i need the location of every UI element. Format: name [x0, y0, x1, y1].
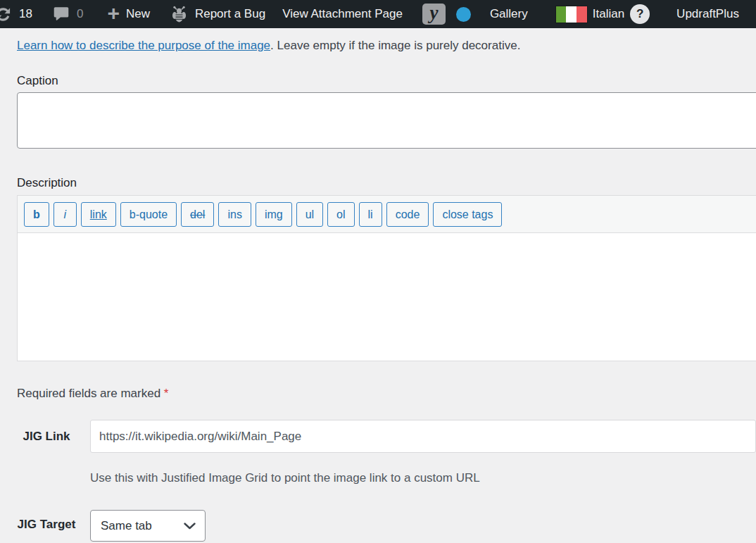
comments-menu[interactable]: 0: [44, 0, 91, 28]
qt-close-tags-button[interactable]: close tags: [433, 202, 502, 227]
status-dot-menu[interactable]: [453, 0, 474, 28]
qt-ul-button[interactable]: ul: [296, 202, 323, 227]
qt-blockquote-button[interactable]: b-quote: [120, 202, 177, 227]
view-attachment-menu[interactable]: View Attachment Page: [275, 0, 410, 28]
updates-menu[interactable]: 18: [0, 0, 40, 28]
comments-count: 0: [77, 7, 83, 21]
qt-code-button[interactable]: code: [386, 202, 429, 227]
bug-icon: [170, 5, 189, 24]
yoast-icon: y: [422, 4, 446, 25]
qt-img-button[interactable]: img: [256, 202, 292, 227]
required-fields-note: Required fields are marked *: [17, 386, 756, 401]
jig-target-row: JIG Target Same tab: [17, 510, 756, 542]
new-menu[interactable]: + New: [99, 0, 158, 28]
jig-link-help: Use this with Justified Image Grid to po…: [90, 470, 756, 485]
report-bug-label: Report a Bug: [195, 7, 265, 21]
yoast-menu[interactable]: y: [415, 0, 453, 28]
qt-bold-button[interactable]: b: [24, 202, 49, 227]
jig-link-input[interactable]: [90, 420, 756, 453]
required-fields-text: Required fields are marked: [17, 387, 160, 400]
jig-target-select[interactable]: Same tab: [90, 510, 206, 542]
qt-li-button[interactable]: li: [359, 202, 382, 227]
alt-text-help: Learn how to describe the purpose of the…: [17, 37, 756, 54]
updraftplus-menu[interactable]: UpdraftPlus: [669, 0, 747, 28]
comment-icon: [52, 5, 70, 23]
qt-del-button[interactable]: del: [181, 202, 214, 227]
blue-circle-icon: [456, 7, 471, 22]
qt-ins-button[interactable]: ins: [218, 202, 251, 227]
qt-ol-button[interactable]: ol: [327, 202, 354, 227]
alt-text-help-suffix: . Leave empty if the image is purely dec…: [270, 39, 520, 52]
language-menu[interactable]: Italian ?: [548, 0, 657, 28]
jig-target-label: JIG Target: [17, 510, 76, 534]
caption-label: Caption: [17, 73, 756, 88]
required-asterisk: *: [164, 387, 169, 400]
updates-count: 18: [19, 7, 32, 21]
alt-text-help-link[interactable]: Learn how to describe the purpose of the…: [17, 39, 270, 52]
language-label: Italian: [593, 7, 624, 21]
caption-textarea[interactable]: [17, 92, 756, 149]
jig-target-select-wrap: Same tab: [90, 510, 206, 542]
description-textarea[interactable]: [18, 233, 756, 361]
new-label: New: [126, 7, 150, 21]
jig-link-label: JIG Link: [17, 427, 76, 446]
description-editor: b i link b-quote del ins img ul ol li co…: [17, 195, 756, 361]
qt-italic-button[interactable]: i: [53, 202, 77, 227]
help-badge-icon[interactable]: ?: [630, 4, 650, 24]
quicktags-toolbar: b i link b-quote del ins img ul ol li co…: [18, 196, 756, 233]
report-bug-menu[interactable]: Report a Bug: [162, 0, 273, 28]
gallery-menu[interactable]: Gallery: [482, 0, 536, 28]
italian-flag-icon: [556, 6, 587, 23]
updraftplus-label: UpdraftPlus: [676, 7, 739, 21]
plus-icon: +: [107, 3, 120, 24]
gallery-label: Gallery: [490, 7, 528, 21]
view-attachment-label: View Attachment Page: [282, 7, 403, 21]
update-icon: [0, 5, 13, 24]
qt-link-button[interactable]: link: [81, 202, 116, 227]
media-edit-form: Learn how to describe the purpose of the…: [0, 37, 756, 542]
admin-bar: 18 0 + New Report a Bug View Att: [0, 0, 756, 28]
jig-link-row: JIG Link: [17, 420, 756, 453]
description-label: Description: [17, 175, 756, 190]
